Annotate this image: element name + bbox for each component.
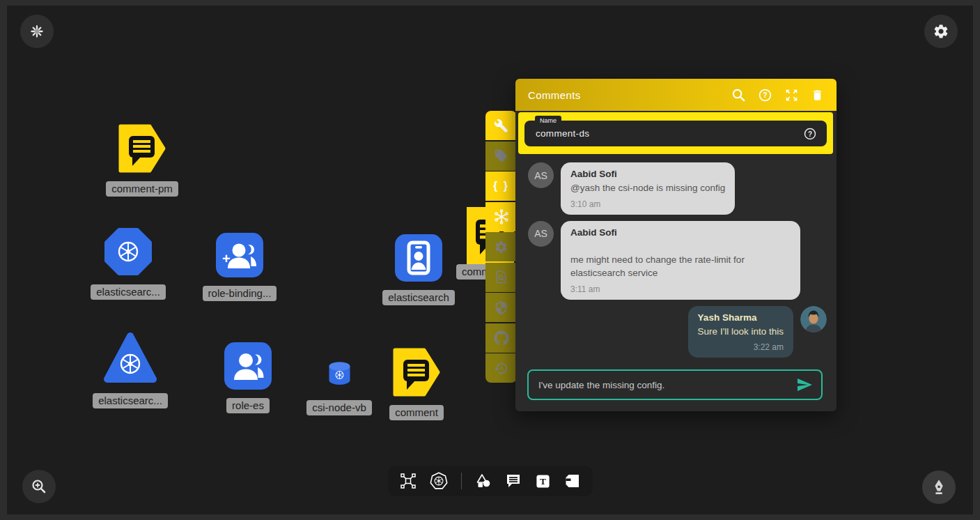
node-label: role-es [226,398,270,413]
help-icon[interactable]: ? [758,88,772,102]
github-icon [494,330,509,346]
mesh-tool-button[interactable] [485,202,517,231]
node-label: comment [389,405,444,420]
flowchart-icon [400,473,417,489]
kubernetes-tool-button[interactable] [430,472,448,490]
security-tool-button[interactable] [485,293,517,322]
node-elasticsearch-triangle[interactable]: elasticsearc... [91,332,169,408]
gear-icon [494,240,508,254]
service-account-badge-icon [395,234,442,282]
node-csi-node-vb[interactable]: csi-node-vb [300,361,378,415]
braces-icon: { } [493,180,509,192]
node-elasticsearch-serviceaccount[interactable]: elasticsearch [380,234,458,305]
node-role-es[interactable]: role-es [209,342,287,413]
document-search-icon [494,270,508,284]
avatar: AS [528,162,554,188]
name-field[interactable]: Name ? [524,121,827,146]
kubernetes-octagon-icon [104,227,153,276]
context-toolbar: { } [485,111,517,383]
message-row: AS Aabid Sofi me might need to change th… [528,221,827,300]
node-comment[interactable]: comment [378,348,456,420]
node-label: csi-node-vb [306,400,372,415]
text-tool-button[interactable]: T [535,473,551,489]
shield-icon [494,300,508,315]
text-icon: T [535,473,551,489]
comments-panel: Comments ? Name ? [515,79,837,411]
svg-text:?: ? [763,91,767,99]
history-icon [494,361,508,376]
flowchart-tool-button[interactable] [400,473,417,489]
message-bubble: Aabid Sofi @yash the csi-node is missing… [561,162,735,215]
wrench-icon [494,118,508,133]
shape-toolbar: T [388,466,593,496]
message-time: 3:22 am [698,342,784,352]
shapes-tool-button[interactable] [475,473,492,489]
node-label: elasticsearc... [91,284,166,300]
message-author: Aabid Sofi [570,227,791,238]
node-label: role-binding... [203,286,277,301]
message-bubble: Yash Sharma Sure I'll look into this 3:2… [688,306,793,358]
message-time: 3:11 am [570,284,791,294]
search-icon[interactable] [731,88,746,102]
message-bubble: Aabid Sofi me might need to change the r… [561,221,800,300]
note-icon [564,473,581,489]
comment-shape-icon [393,348,440,397]
doc-scan-tool-button[interactable] [485,263,517,292]
message-row: Yash Sharma Sure I'll look into this 3:2… [528,306,827,358]
storage-cylinder-icon [328,361,351,385]
zoom-button[interactable] [22,470,56,503]
svg-text:?: ? [808,130,812,137]
name-input[interactable] [534,128,803,139]
panel-title: Comments [528,89,581,101]
avatar: AS [528,221,554,247]
node-elasticsearch-octagon[interactable]: elasticsearc... [89,227,167,300]
help-icon[interactable]: ? [803,127,817,141]
node-label: comment-pm [106,181,178,197]
name-field-label: Name [535,116,561,125]
node-role-binding[interactable]: + role-binding... [200,233,279,301]
node-label: elasticsearc... [93,393,168,408]
comment-input[interactable] [537,379,796,391]
json-tool-button[interactable]: { } [485,171,517,201]
pen-tool-button[interactable] [922,471,956,504]
role-icon [224,342,272,390]
delete-icon[interactable] [811,88,824,102]
comments-panel-header[interactable]: Comments ? [515,79,837,111]
tag-tool-button[interactable] [485,142,517,171]
gear-icon [933,23,949,40]
message-author: Aabid Sofi [570,169,725,179]
history-tool-button[interactable] [485,353,517,383]
comment-composer[interactable] [527,369,823,400]
node-label: elasticsearch [382,290,455,305]
kubernetes-icon [430,472,448,490]
message-text: Sure I'll look into this [698,325,784,339]
mesh-hub-icon [493,208,510,225]
send-icon [796,376,813,393]
svg-text:+: + [222,251,231,266]
expand-icon[interactable] [784,88,799,102]
app-logo-button[interactable] [20,15,54,48]
message-list: AS Aabid Sofi @yash the csi-node is miss… [515,154,837,367]
settings-tool-button[interactable] [485,232,517,261]
configure-tool-button[interactable] [485,111,517,140]
message-row: AS Aabid Sofi @yash the csi-node is miss… [528,162,827,215]
avatar-photo [800,306,827,332]
message-author: Yash Sharma [698,312,784,323]
message-time: 3:10 am [570,199,725,209]
note-tool-button[interactable] [564,473,581,489]
send-button[interactable] [796,376,813,393]
message-text: @yash the csi-node is missing config [570,181,725,195]
zoom-in-icon [30,477,48,496]
comment-icon [505,473,522,489]
toolbar-divider [461,473,462,489]
settings-button[interactable] [924,15,958,48]
role-binding-icon: + [216,233,263,277]
github-tool-button[interactable] [485,323,517,353]
pen-nib-icon [930,478,948,496]
svg-text:T: T [540,476,546,487]
app-logo-icon [29,23,45,40]
tag-icon [494,148,508,163]
comment-tool-button[interactable] [505,473,522,489]
person-photo-icon [800,306,827,332]
node-comment-pm[interactable]: comment-pm [104,124,180,197]
